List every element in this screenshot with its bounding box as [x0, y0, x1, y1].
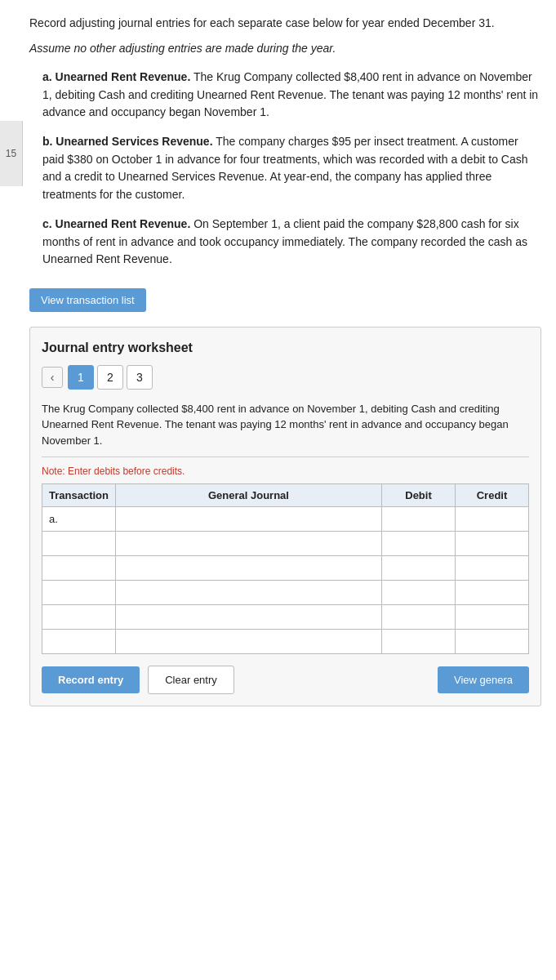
col-header-credit: Credit [456, 484, 529, 507]
section-item-b: b. Unearned Services Revenue. The compan… [42, 133, 541, 204]
record-entry-button[interactable]: Record entry [42, 666, 140, 693]
credit-cell-4[interactable] [456, 581, 529, 605]
credit-input-5[interactable] [456, 605, 528, 629]
general-journal-cell-4[interactable] [115, 581, 381, 605]
col-header-debit: Debit [382, 484, 456, 507]
debit-input-2[interactable] [382, 532, 455, 555]
credit-cell-1[interactable] [456, 507, 529, 532]
debit-input-6[interactable] [382, 630, 455, 653]
general-journal-cell-2[interactable] [115, 532, 381, 556]
transaction-cell-1: a. [42, 507, 116, 532]
table-row [42, 605, 529, 630]
debit-input-3[interactable] [382, 556, 455, 580]
table-row: a. [42, 507, 529, 532]
general-journal-cell-1[interactable] [115, 507, 381, 532]
section-label-c: c. [42, 217, 56, 230]
credit-input-6[interactable] [456, 630, 528, 653]
table-row [42, 581, 529, 605]
side-marker: 15 [0, 121, 23, 186]
section-label-b: b. [42, 135, 56, 148]
section-bold-b: Unearned Services Revenue. [56, 135, 212, 148]
credit-input-3[interactable] [456, 556, 528, 580]
debit-cell-3[interactable] [382, 556, 456, 581]
section-label-a: a. [42, 70, 56, 83]
general-journal-input-3[interactable] [116, 556, 381, 580]
credit-input-2[interactable] [456, 532, 528, 555]
section-list: a. Unearned Rent Revenue. The Krug Compa… [29, 69, 541, 269]
journal-table: Transaction General Journal Debit Credit… [42, 483, 529, 654]
general-journal-input-1[interactable] [116, 507, 381, 531]
tab-button-3[interactable]: 3 [127, 365, 153, 390]
section-bold-c: Unearned Rent Revenue. [56, 217, 191, 230]
section-item-c: c. Unearned Rent Revenue. On September 1… [42, 216, 541, 269]
general-journal-cell-3[interactable] [115, 556, 381, 581]
credit-cell-2[interactable] [456, 532, 529, 556]
note-text: Note: Enter debits before credits. [42, 466, 529, 477]
transaction-cell-2 [42, 532, 116, 556]
view-transaction-button[interactable]: View transaction list [29, 288, 146, 312]
section-bold-a: Unearned Rent Revenue. [56, 70, 191, 83]
tab-prev-button[interactable]: ‹ [42, 367, 63, 388]
col-header-general-journal: General Journal [115, 484, 381, 507]
debit-cell-1[interactable] [382, 507, 456, 532]
intro-text: Record adjusting journal entries for eac… [29, 15, 541, 32]
general-journal-input-4[interactable] [116, 581, 381, 604]
italic-note: Assume no other adjusting entries are ma… [29, 40, 541, 57]
general-journal-input-2[interactable] [116, 532, 381, 555]
clear-entry-button[interactable]: Clear entry [148, 666, 234, 694]
credit-input-4[interactable] [456, 581, 528, 604]
credit-input-1[interactable] [456, 507, 528, 531]
table-row [42, 556, 529, 581]
page-container: 15 Record adjusting journal entries for … [0, 0, 556, 980]
worksheet-container: Journal entry worksheet ‹ 1 2 3 The Krug… [29, 327, 541, 707]
transaction-cell-5 [42, 605, 116, 630]
table-row [42, 532, 529, 556]
worksheet-title: Journal entry worksheet [42, 341, 529, 355]
col-header-transaction: Transaction [42, 484, 116, 507]
tab-button-2[interactable]: 2 [97, 365, 123, 390]
debit-cell-4[interactable] [382, 581, 456, 605]
transaction-cell-4 [42, 581, 116, 605]
credit-cell-3[interactable] [456, 556, 529, 581]
debit-input-5[interactable] [382, 605, 455, 629]
credit-cell-5[interactable] [456, 605, 529, 630]
general-journal-input-5[interactable] [116, 605, 381, 629]
tab-navigation: ‹ 1 2 3 [42, 365, 529, 390]
debit-cell-5[interactable] [382, 605, 456, 630]
debit-input-4[interactable] [382, 581, 455, 604]
transaction-cell-3 [42, 556, 116, 581]
general-journal-cell-5[interactable] [115, 605, 381, 630]
tab-button-1[interactable]: 1 [68, 365, 94, 390]
debit-cell-6[interactable] [382, 630, 456, 654]
worksheet-description: The Krug Company collected $8,400 rent i… [42, 401, 529, 458]
button-row: Record entry Clear entry View genera [42, 666, 529, 694]
credit-cell-6[interactable] [456, 630, 529, 654]
general-journal-cell-6[interactable] [115, 630, 381, 654]
transaction-cell-6 [42, 630, 116, 654]
view-general-button[interactable]: View genera [438, 666, 529, 693]
debit-cell-2[interactable] [382, 532, 456, 556]
general-journal-input-6[interactable] [116, 630, 381, 653]
table-row [42, 630, 529, 654]
debit-input-1[interactable] [382, 507, 455, 531]
section-item-a: a. Unearned Rent Revenue. The Krug Compa… [42, 69, 541, 122]
